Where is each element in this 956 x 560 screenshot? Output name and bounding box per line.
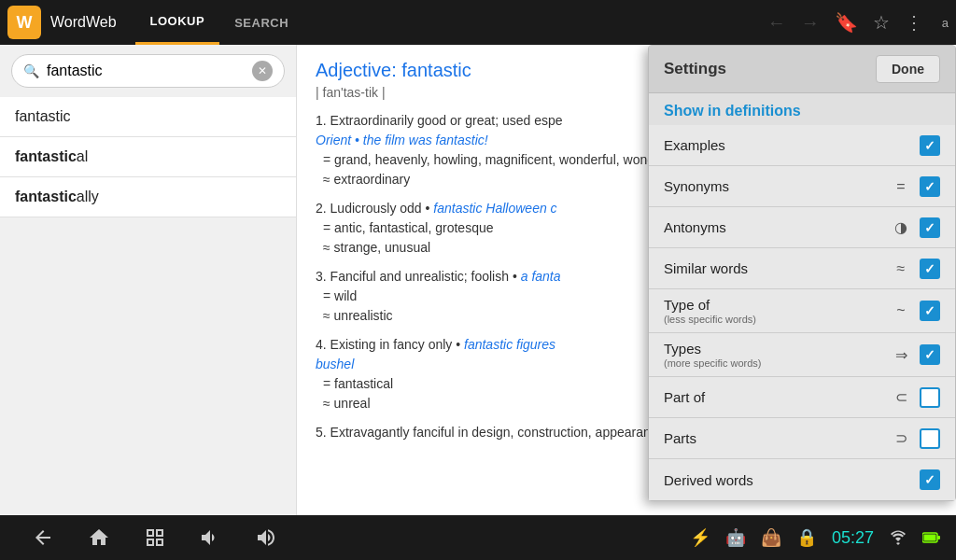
row-label-types: Types — [664, 341, 892, 357]
def-num2: 2. — [316, 201, 330, 216]
svg-rect-2 — [148, 539, 153, 545]
forward-nav-icon[interactable]: → — [801, 12, 820, 34]
bag-icon: 👜 — [761, 527, 781, 548]
row-label-typeof: Type of — [664, 297, 892, 313]
similar-checkbox[interactable] — [920, 259, 940, 279]
types-icon: ⇒ — [892, 346, 910, 364]
done-button[interactable]: Done — [876, 55, 940, 83]
settings-header: Settings Done — [649, 46, 955, 93]
vol-up-button[interactable] — [239, 515, 295, 560]
svg-rect-0 — [148, 530, 153, 536]
example-text4: fantastic figures — [464, 337, 555, 352]
def-num3: 3. — [316, 269, 330, 284]
types-label-container: Types (more specific words) — [664, 341, 892, 369]
synonym-line4: = fantastical — [316, 376, 393, 391]
typeof-icon: ~ — [892, 302, 910, 319]
svg-rect-1 — [157, 530, 162, 536]
top-bar: W WordWeb LOOKUP SEARCH ← → 🔖 ☆ ⋮ a — [0, 0, 956, 45]
synonyms-icon: = — [892, 178, 910, 195]
list-item-fantastical[interactable]: fantastical — [0, 137, 296, 177]
def-num4: 4. — [316, 337, 330, 352]
row-label-similar: Similar words — [664, 260, 892, 276]
back-nav-icon[interactable]: ← — [767, 12, 786, 34]
types-checkbox[interactable] — [920, 344, 940, 365]
settings-row-synonyms: Synonyms = — [649, 166, 955, 207]
settings-row-parts: Parts ⊃ — [649, 418, 955, 459]
antonyms-icon: ◑ — [892, 218, 910, 236]
recents-button[interactable] — [127, 515, 183, 560]
search-bar: 🔍 ✕ — [11, 54, 285, 88]
bottom-bar: ⚡ 🤖 👜 🔒 05:27 — [0, 515, 956, 560]
word-bold-part: fantastic — [15, 148, 77, 164]
example-text3: a fanta — [521, 269, 561, 284]
def-text5: Extravagantly fanciful in design, constr… — [330, 425, 677, 440]
clock: 05:27 — [832, 528, 874, 548]
synonym-line2: = antic, fantastical, grotesque — [316, 220, 494, 235]
svg-rect-3 — [157, 539, 162, 545]
usb-icon: ⚡ — [690, 527, 710, 548]
similar-icon: ≈ — [892, 260, 910, 277]
list-item-fantastic[interactable]: fantastic — [0, 97, 296, 137]
row-label-parts: Parts — [664, 430, 892, 446]
star-icon[interactable]: ☆ — [873, 11, 890, 34]
derived-checkbox[interactable] — [920, 469, 940, 490]
tab-search[interactable]: SEARCH — [219, 0, 303, 45]
top-nav-actions: ← → 🔖 ☆ ⋮ a — [767, 11, 949, 34]
back-button[interactable] — [15, 515, 71, 560]
more-icon[interactable]: ⋮ — [905, 11, 923, 34]
row-sub-typeof: (less specific words) — [664, 314, 892, 325]
bookmark-icon[interactable]: 🔖 — [835, 11, 858, 34]
settings-panel: Settings Done Show in definitions Exampl… — [648, 45, 956, 501]
definition-content: Adjective: fantastic | fan'tas-tik | 1. … — [297, 45, 956, 515]
example-text2: fantastic Halloween c — [433, 201, 556, 216]
settings-row-antonyms: Antonyms ◑ — [649, 207, 955, 248]
def-text3: Fanciful and unrealistic; foolish • — [330, 269, 521, 284]
battery-icon — [922, 531, 941, 544]
similar-line3: ≈ unrealistic — [316, 308, 393, 323]
vol-down-button[interactable] — [183, 515, 239, 560]
tab-lookup[interactable]: LOOKUP — [135, 0, 220, 45]
antonyms-checkbox[interactable] — [920, 217, 940, 238]
parts-checkbox[interactable] — [920, 428, 940, 449]
def-text: Extraordinarily good or great; used espe — [330, 113, 563, 128]
status-icons: ⚡ 🤖 👜 🔒 05:27 — [690, 527, 941, 548]
typeof-checkbox[interactable] — [920, 301, 940, 321]
partof-checkbox[interactable] — [920, 387, 940, 408]
settings-title: Settings — [664, 60, 726, 78]
parts-icon: ⊃ — [892, 429, 910, 447]
app-icon: W — [7, 6, 41, 39]
row-sub-types: (more specific words) — [664, 357, 892, 369]
row-label-synonyms: Synonyms — [664, 178, 892, 194]
settings-row-examples: Examples — [649, 125, 955, 166]
search-icon: 🔍 — [23, 63, 39, 78]
word-bold-part2: fantastic — [15, 189, 77, 204]
def-text4: Existing in fancy only • — [330, 337, 464, 352]
clear-button[interactable]: ✕ — [252, 61, 273, 81]
synonyms-checkbox[interactable] — [920, 176, 940, 197]
examples-checkbox[interactable] — [920, 135, 940, 156]
svg-rect-5 — [937, 536, 940, 539]
row-label-partof: Part of — [664, 389, 892, 405]
synonym-line: = grand, heavenly, howling, magnificent,… — [316, 152, 680, 167]
home-button[interactable] — [71, 515, 127, 560]
similar-line2: ≈ strange, unusual — [316, 240, 430, 255]
list-item-fantastically[interactable]: fantastically — [0, 177, 296, 217]
settings-row-derived: Derived words — [649, 459, 955, 500]
typeof-label-container: Type of (less specific words) — [664, 297, 892, 325]
settings-row-typeof: Type of (less specific words) ~ — [649, 289, 955, 333]
main-area: 🔍 ✕ fantastic fantastical fantastically … — [0, 45, 956, 515]
search-input[interactable] — [47, 63, 245, 79]
app-name: WordWeb — [50, 14, 117, 31]
word-rest: al — [77, 148, 88, 164]
row-label-derived: Derived words — [664, 472, 892, 488]
similar-line: ≈ extraordinary — [316, 172, 410, 187]
settings-row-similar: Similar words ≈ — [649, 248, 955, 289]
similar-line4: ≈ unreal — [316, 396, 371, 411]
synonym-line3: = wild — [316, 288, 357, 303]
svg-rect-6 — [924, 535, 936, 541]
sidebar: 🔍 ✕ fantastic fantastical fantastically — [0, 45, 297, 515]
overflow-letter: a — [942, 16, 949, 30]
settings-row-types: Types (more specific words) ⇒ — [649, 333, 955, 377]
row-label-antonyms: Antonyms — [664, 219, 892, 235]
row-label-examples: Examples — [664, 137, 892, 153]
